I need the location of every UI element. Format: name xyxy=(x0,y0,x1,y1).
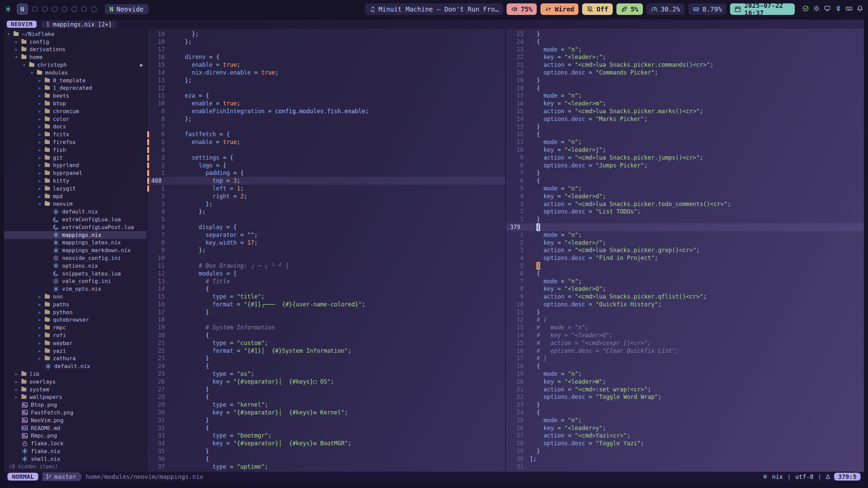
tree-folder-qutebrowser[interactable]: ▸qutebrowser xyxy=(4,316,146,324)
launcher-icon[interactable] xyxy=(5,6,12,13)
workspace-empty[interactable] xyxy=(52,6,57,12)
workspace-empty[interactable] xyxy=(81,6,87,12)
code-line[interactable]: 7 xyxy=(147,123,505,131)
tree-folder-kitty[interactable]: ▸kitty xyxy=(4,177,146,185)
tree-folder-yazi[interactable]: ▸yazi xyxy=(4,347,146,355)
tree-folder-btop[interactable]: ▸btop xyxy=(4,100,146,107)
code-line[interactable]: 4 }; xyxy=(147,208,505,216)
tree-folder-fcitx[interactable]: ▸fcitx xyxy=(4,130,146,138)
bluetooth-tray-icon[interactable] xyxy=(835,5,842,13)
tree-folder-nnn[interactable]: ▸nnn xyxy=(4,293,146,301)
workspace-empty[interactable] xyxy=(32,6,38,12)
tree-folder-home[interactable]: ▾home xyxy=(4,53,146,61)
tree-file-flake-lock[interactable]: flake.lock xyxy=(4,440,146,447)
code-line[interactable]: 1 left = 1; xyxy=(147,185,505,192)
code-line[interactable]: 15 type = "title"; xyxy=(147,293,505,301)
tree-folder-paths[interactable]: ▸paths xyxy=(4,301,146,308)
tree-folder-derivations[interactable]: ▸derivations xyxy=(4,46,146,54)
code-line[interactable]: 29 } xyxy=(506,447,864,455)
code-line[interactable]: 8 key = "<leader>Q"; xyxy=(506,285,864,293)
code-line[interactable]: 468 top = 3; xyxy=(147,177,505,185)
tree-file-vim-opts-nix[interactable]: vim_opts.nix xyxy=(4,285,146,293)
tree-folder-0-template[interactable]: ▸0_template xyxy=(4,77,146,84)
code-line[interactable]: 26 key = "{#separator}│ {#keys}□ OS"; xyxy=(147,378,505,386)
code-line[interactable]: 13 # Title xyxy=(147,278,505,285)
code-line[interactable]: 32 { xyxy=(147,424,505,432)
tree-file-default-nix[interactable]: default.nix xyxy=(4,208,146,216)
code-line[interactable]: 2 options.desc = "List TODOs"; xyxy=(506,208,864,216)
settings-tray-icon[interactable] xyxy=(813,5,820,13)
workspace-active[interactable]: N xyxy=(17,4,28,15)
code-line[interactable]: 10 key = "<leader>j"; xyxy=(506,146,864,154)
tree-folder-fish[interactable]: ▸fish xyxy=(4,146,146,154)
tree-file-rmpc-png[interactable]: Rmpc.png xyxy=(4,432,146,440)
code-line[interactable]: 31 xyxy=(506,463,864,471)
code-line[interactable]: 7 separator = ""; xyxy=(147,231,505,239)
code-line[interactable]: 379 {{ xyxy=(506,223,864,231)
code-line[interactable]: 6 { xyxy=(506,177,864,185)
volume-module[interactable]: 75% xyxy=(507,3,537,15)
code-line[interactable]: 9 }; xyxy=(147,246,505,254)
tree-file-options-nix[interactable]: options.nix xyxy=(4,262,146,270)
code-line[interactable]: 6 display = { xyxy=(147,223,505,231)
code-line[interactable]: 28 { xyxy=(147,393,505,401)
tree-folder-mpd[interactable]: ▸mpd xyxy=(4,192,146,200)
code-line[interactable]: 2 key = "<leader>/"; xyxy=(506,239,864,247)
display-tray-icon[interactable] xyxy=(824,5,831,13)
code-line[interactable]: 16 format = "{#1}╭─── {#}{user-name-colo… xyxy=(147,301,505,308)
code-line[interactable]: 4 key = "<leader>d"; xyxy=(506,192,864,200)
code-line[interactable]: 21 action = "<cmd>:set wrap!<cr>"; xyxy=(506,386,864,393)
code-line[interactable]: 24 { xyxy=(506,38,864,46)
code-line[interactable]: 14 # key = "<leader>Q"; xyxy=(506,331,864,339)
tree-folder-python[interactable]: ▸python xyxy=(4,308,146,316)
network-module[interactable]: Wired xyxy=(540,3,578,15)
code-line[interactable]: 1 } xyxy=(506,216,864,223)
code-line[interactable]: 25 mode = "n"; xyxy=(506,416,864,424)
code-line[interactable]: 23 } xyxy=(147,354,505,362)
code-line[interactable]: 23 } xyxy=(506,401,864,409)
code-line[interactable]: 20 options.desc = "Commands Picker"; xyxy=(506,69,864,77)
code-line[interactable]: 16 # options.desc = "Clear Quickfix List… xyxy=(506,347,864,355)
tree-file-neovim-png[interactable]: NeoVim.png xyxy=(4,416,146,424)
tree-folder-color[interactable]: ▸color xyxy=(4,115,146,123)
tree-folder-overlays[interactable]: ▸overlays xyxy=(4,378,146,386)
code-line[interactable]: 28 options.desc = "Toggle Yazi"; xyxy=(506,440,864,447)
code-line[interactable]: 14 { xyxy=(147,285,505,293)
code-line[interactable]: 30]; xyxy=(506,455,864,463)
code-line[interactable]: 35 } xyxy=(147,447,505,455)
code-line[interactable]: 10 options.desc = "Quickfix History"; xyxy=(506,301,864,308)
code-line[interactable]: 16 key = "<leader>m"; xyxy=(506,100,864,107)
code-line[interactable]: 17 mode = "n"; xyxy=(506,92,864,100)
code-line[interactable]: 36 { xyxy=(147,455,505,463)
tree-folder-firefox[interactable]: ▸firefox xyxy=(4,138,146,146)
tree-folder-zathura[interactable]: ▸zathura xyxy=(4,354,146,362)
tree-folder-system[interactable]: ▸system xyxy=(4,386,146,393)
tree-folder-rofi[interactable]: ▸rofi xyxy=(4,331,146,339)
code-line[interactable]: 19 } xyxy=(506,77,864,84)
tree-folder-config[interactable]: ▸config xyxy=(4,38,146,46)
code-line[interactable]: 5 xyxy=(147,216,505,223)
tree-folder-wallpapers[interactable]: ▸wallpapers xyxy=(4,393,146,401)
tree-folder-beets[interactable]: ▸beets xyxy=(4,92,146,100)
code-line[interactable]: 10 enable = true; xyxy=(147,100,505,107)
code-line[interactable]: 37 type = "uptime"; xyxy=(147,463,505,471)
code-line[interactable]: 15 # action = "<cmd>cexpr []<cr>"; xyxy=(506,339,864,347)
code-line[interactable]: 27 action = "<cmd>Yazi<cr>"; xyxy=(506,432,864,440)
tree-folder-lazygit[interactable]: ▸lazygit xyxy=(4,185,146,192)
code-line[interactable]: 24 { xyxy=(506,409,864,416)
code-line[interactable]: 9 action = "<cmd>lua Snacks.picker.qflis… xyxy=(506,293,864,301)
code-line[interactable]: 7 } xyxy=(506,169,864,177)
git-branch[interactable]: master xyxy=(42,472,82,481)
code-line[interactable]: 8 options.desc = "Jumps Picker"; xyxy=(506,162,864,169)
code-line[interactable]: 5 enable = true; xyxy=(147,138,505,146)
power-saver-module[interactable]: 5% xyxy=(616,3,643,15)
code-line[interactable]: 24 { xyxy=(147,362,505,370)
code-line[interactable]: 2 logo = { xyxy=(147,162,505,169)
code-line[interactable]: 5 mode = "n"; xyxy=(506,185,864,192)
code-line[interactable]: 25 type = "os"; xyxy=(147,370,505,378)
tree-folder-rmpc[interactable]: ▸rmpc xyxy=(4,324,146,331)
code-line[interactable]: 16 direnv = { xyxy=(147,53,505,61)
tree-file-extraconfiglua-lua[interactable]: extraConfigLua.lua xyxy=(4,216,146,223)
code-line[interactable]: 3 action = "<cmd>lua Snacks.picker.todo_… xyxy=(506,200,864,208)
code-line[interactable]: 19 mode = "n"; xyxy=(506,370,864,378)
